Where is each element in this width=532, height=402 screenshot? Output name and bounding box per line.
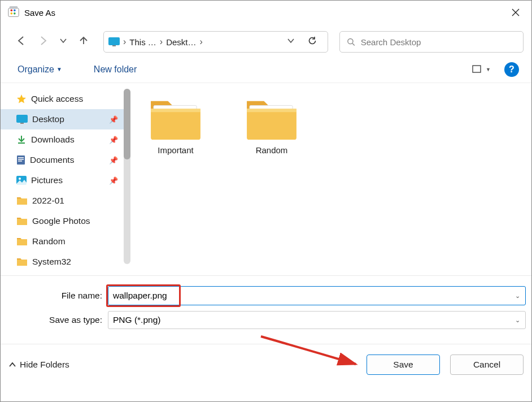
- sidebar-label: Quick access: [31, 94, 83, 104]
- svg-point-17: [19, 178, 21, 180]
- svg-point-4: [14, 12, 16, 15]
- desktop-icon: [16, 115, 28, 124]
- help-button[interactable]: ?: [504, 62, 519, 77]
- new-folder-button[interactable]: New folder: [89, 61, 141, 78]
- folder-label: Random: [256, 145, 288, 155]
- svg-point-1: [11, 10, 13, 12]
- close-button[interactable]: [502, 2, 529, 23]
- svg-point-3: [11, 12, 13, 15]
- chevron-up-icon: [8, 361, 16, 369]
- folder-icon: [16, 196, 28, 206]
- svg-rect-6: [108, 37, 120, 45]
- help-icon: ?: [509, 64, 514, 75]
- sidebar-item-quick-access[interactable]: Quick access: [1, 89, 130, 109]
- recent-locations-dropdown[interactable]: [282, 37, 299, 47]
- sidebar-item-pictures[interactable]: Pictures 📌: [1, 170, 130, 191]
- footer: Hide Folders Save Cancel: [1, 344, 531, 384]
- pin-icon: 📌: [109, 156, 118, 165]
- window-title: Save As: [24, 8, 55, 18]
- sidebar-item-google-photos[interactable]: Google Photos: [1, 211, 130, 231]
- pin-icon: 📌: [109, 176, 118, 185]
- filename-input[interactable]: [108, 286, 526, 305]
- recent-dropdown[interactable]: [59, 37, 67, 47]
- view-options-button[interactable]: ▼: [472, 65, 491, 74]
- sidebar-scrollbar-thumb[interactable]: [124, 89, 130, 159]
- pin-icon: 📌: [109, 136, 118, 144]
- sidebar-label: Random: [32, 236, 66, 247]
- close-icon: [512, 8, 520, 16]
- main-area: Quick access Desktop 📌 Downloads 📌 Docum…: [1, 83, 531, 275]
- folder-icon: [16, 236, 28, 247]
- pin-icon: 📌: [109, 115, 118, 124]
- folder-icon: [16, 216, 28, 226]
- back-button[interactable]: [16, 36, 27, 48]
- sidebar-item-desktop[interactable]: Desktop 📌: [1, 109, 130, 129]
- svg-point-8: [348, 38, 353, 44]
- hide-folders-button[interactable]: Hide Folders: [8, 360, 69, 370]
- svg-rect-10: [16, 115, 28, 123]
- organize-button[interactable]: Organize ▼: [13, 61, 67, 78]
- savetype-select[interactable]: PNG (*.png): [108, 311, 526, 329]
- sidebar-label: Downloads: [31, 135, 75, 145]
- savetype-value: PNG (*.png): [113, 315, 160, 325]
- folder-icon: [16, 257, 28, 267]
- pictures-icon: [16, 176, 27, 185]
- svg-rect-7: [112, 45, 116, 46]
- svg-rect-0: [8, 8, 19, 17]
- organize-label: Organize: [18, 64, 54, 75]
- hide-folders-label: Hide Folders: [20, 360, 69, 370]
- chevron-right-icon[interactable]: ›: [199, 37, 204, 47]
- folder-item-random[interactable]: Random: [232, 94, 311, 155]
- sidebar-item-random[interactable]: Random: [1, 231, 130, 252]
- app-icon: [7, 6, 20, 19]
- sidebar-item-2022-01[interactable]: 2022-01: [1, 191, 130, 211]
- monitor-icon: [108, 37, 120, 46]
- view-icon: [472, 65, 482, 74]
- svg-rect-12: [17, 155, 25, 165]
- svg-rect-5: [10, 6, 18, 9]
- refresh-button[interactable]: [302, 36, 323, 48]
- sidebar-label: Pictures: [31, 175, 63, 185]
- sidebar-item-system32[interactable]: System32: [1, 252, 130, 272]
- sidebar: Quick access Desktop 📌 Downloads 📌 Docum…: [1, 83, 130, 275]
- breadcrumb[interactable]: › This … › Deskt… ›: [103, 31, 328, 53]
- sidebar-label: System32: [32, 257, 71, 267]
- download-icon: [16, 135, 27, 145]
- sidebar-item-downloads[interactable]: Downloads 📌: [1, 129, 130, 150]
- search-icon: [347, 37, 355, 46]
- breadcrumb-seg-thispc[interactable]: This …: [129, 37, 156, 47]
- sidebar-item-documents[interactable]: Documents 📌: [1, 150, 130, 170]
- savetype-label: Save as type:: [6, 315, 108, 325]
- svg-rect-13: [18, 157, 24, 158]
- save-button[interactable]: Save: [367, 355, 440, 375]
- chevron-down-icon: ▼: [56, 66, 62, 72]
- svg-rect-15: [18, 161, 22, 162]
- toolbar: Organize ▼ New folder ▼ ?: [1, 56, 531, 83]
- chevron-down-icon: ▼: [486, 67, 491, 72]
- folder-icon: [244, 94, 299, 141]
- folder-item-important[interactable]: Important: [136, 94, 215, 155]
- svg-rect-11: [20, 123, 24, 124]
- chevron-right-icon[interactable]: ›: [159, 37, 164, 47]
- sidebar-label: Desktop: [32, 114, 64, 124]
- sidebar-label: 2022-01: [32, 196, 64, 206]
- svg-rect-14: [18, 159, 24, 160]
- forward-button[interactable]: [38, 36, 48, 48]
- search-input[interactable]: [361, 37, 516, 47]
- cancel-button[interactable]: Cancel: [450, 355, 524, 375]
- chevron-right-icon[interactable]: ›: [122, 37, 127, 47]
- navbar: › This … › Deskt… ›: [1, 28, 531, 56]
- svg-rect-9: [473, 66, 481, 72]
- titlebar: Save As: [1, 1, 531, 24]
- sidebar-label: Google Photos: [32, 216, 90, 226]
- folder-label: Important: [158, 145, 193, 155]
- folder-icon: [148, 94, 203, 141]
- search-box[interactable]: [339, 31, 524, 53]
- sidebar-label: Documents: [30, 155, 74, 165]
- save-form: File name: ⌄ Save as type: PNG (*.png) ⌄: [1, 275, 531, 340]
- content-pane[interactable]: Important Random: [130, 83, 531, 275]
- filename-label: File name:: [6, 291, 108, 301]
- breadcrumb-seg-desktop[interactable]: Deskt…: [166, 37, 196, 47]
- document-icon: [16, 155, 25, 165]
- up-button[interactable]: [79, 36, 89, 48]
